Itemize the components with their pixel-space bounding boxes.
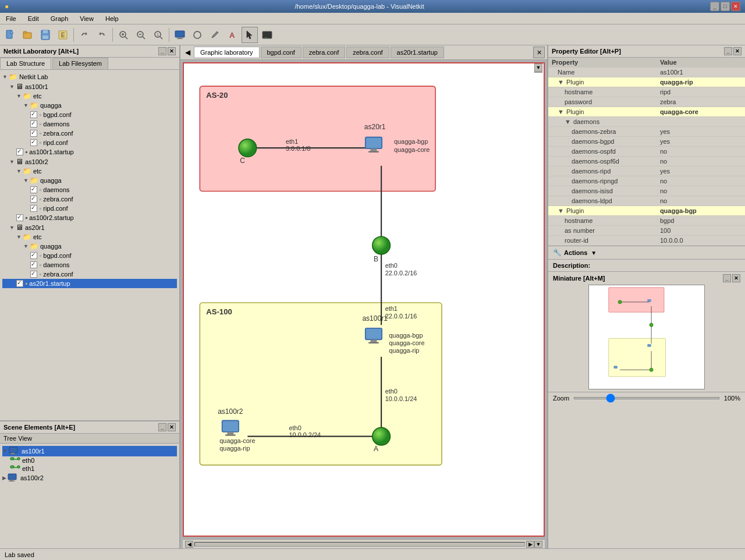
menu-help[interactable]: Help: [102, 14, 122, 23]
prop-row-daemons-ldpd[interactable]: daemons-ldpd no: [548, 196, 745, 206]
tree-item-as20r1[interactable]: ▼ 🖥 as20r1: [2, 222, 177, 232]
checkbox-daemons3[interactable]: [30, 261, 37, 268]
zoom-slider[interactable]: [574, 397, 719, 399]
tab-graphic-lab[interactable]: Graphic laboratory: [194, 47, 260, 58]
checkbox-ripd2[interactable]: [30, 205, 37, 212]
scene-item-as100r1[interactable]: ▼ as100r1: [2, 446, 177, 456]
prop-row-daemons-ripd[interactable]: daemons-ripd yes: [548, 166, 745, 176]
menu-graph[interactable]: Graph: [47, 14, 72, 23]
open-button[interactable]: [20, 27, 36, 43]
prop-row-router-id[interactable]: router-id 10.0.0.0: [548, 236, 745, 246]
save-button[interactable]: [37, 27, 54, 43]
tree-item-as100r1-daemons[interactable]: ▪ daemons: [2, 119, 177, 129]
menu-edit[interactable]: Edit: [24, 14, 42, 23]
prop-row-daemons-bgpd[interactable]: daemons-bgpd yes: [548, 137, 745, 147]
prop-row-password[interactable]: password zebra: [548, 97, 745, 107]
checkbox-bgpd3[interactable]: [30, 252, 37, 259]
menu-file[interactable]: File: [2, 14, 20, 23]
prop-row-name[interactable]: Name as100r1: [548, 68, 745, 77]
tree-item-as100r2[interactable]: ▼ 🖥 as100r2: [2, 157, 177, 166]
menu-view[interactable]: View: [76, 14, 97, 23]
tab-lab-structure[interactable]: Lab Structure: [0, 58, 51, 69]
prop-row-plugin-rip[interactable]: ▼Plugin quagga-rip: [548, 77, 745, 87]
pen-button[interactable]: [207, 27, 223, 43]
hscroll-left[interactable]: ◀: [185, 541, 193, 548]
checkbox-daemons2[interactable]: [30, 186, 37, 193]
tree-item-as100r2-zebra[interactable]: ▪ zebra.conf: [2, 194, 177, 204]
tree-item-as20r1-etc[interactable]: ▼ 📁 etc: [2, 232, 177, 242]
left-panel-close[interactable]: ✕: [168, 47, 176, 55]
tab-bgpd-conf[interactable]: bgpd.conf: [261, 47, 301, 58]
checkbox-zebra1[interactable]: [30, 130, 37, 137]
tab-lab-filesystem[interactable]: Lab Filesystem: [52, 58, 108, 69]
tree-item-as100r2-etc[interactable]: ▼ 📁 etc: [2, 166, 177, 176]
scene-item-eth1[interactable]: eth1: [2, 465, 177, 473]
tree-item-as100r2-startup[interactable]: ▪ as100r2.startup: [2, 213, 177, 222]
prop-row-as-number[interactable]: as number 100: [548, 226, 745, 236]
checkbox-startup-as100r1[interactable]: [16, 148, 23, 155]
tree-item-as100r2-daemons[interactable]: ▪ daemons: [2, 185, 177, 194]
tree-item-as20r1-quagga[interactable]: ▼ 📁 quagga: [2, 242, 177, 251]
scene-item-eth0[interactable]: eth0: [2, 456, 177, 465]
tree-item-as20r1-bgpd[interactable]: ▪ bgpd.conf: [2, 251, 177, 260]
canvas-area[interactable]: AS-20 AS-100 C B: [183, 62, 545, 537]
canvas-tab-scroll-left[interactable]: ◀: [183, 47, 193, 58]
tree-item-as20r1-zebra[interactable]: ▪ zebra.conf: [2, 270, 177, 279]
scene-panel-close[interactable]: ✕: [168, 423, 176, 431]
prop-row-daemons-ospfd[interactable]: daemons-ospfd no: [548, 147, 745, 157]
prop-row-daemons[interactable]: ▼daemons: [548, 117, 745, 127]
terminal-button[interactable]: _: [259, 27, 275, 43]
prop-row-hostname-rip[interactable]: hostname ripd: [548, 87, 745, 97]
canvas-close-button[interactable]: ✕: [533, 47, 545, 58]
prop-row-daemons-ospf6d[interactable]: daemons-ospf6d no: [548, 157, 745, 166]
checkbox-daemons1[interactable]: [30, 120, 37, 127]
select-button[interactable]: [242, 27, 258, 43]
prop-row-daemons-isisd[interactable]: daemons-isisd no: [548, 186, 745, 196]
tree-item-as100r1-ripd[interactable]: ▪ ripd.conf: [2, 138, 177, 147]
text-button[interactable]: A: [224, 27, 240, 43]
checkbox-startup-as20r1[interactable]: [16, 280, 23, 287]
miniature-close[interactable]: ✕: [732, 274, 740, 282]
prop-row-plugin-core[interactable]: ▼Plugin quagga-core: [548, 107, 745, 117]
tree-item-as100r2-ripd[interactable]: ▪ ripd.conf: [2, 204, 177, 213]
hscroll-vdown[interactable]: ▼: [534, 541, 542, 548]
export-button[interactable]: E: [55, 27, 71, 43]
prop-row-daemons-ripngd[interactable]: daemons-ripngd no: [548, 176, 745, 186]
checkbox-bgpd1[interactable]: [30, 111, 37, 118]
new-button[interactable]: [2, 27, 19, 43]
left-panel-min[interactable]: _: [158, 47, 166, 55]
minimize-button[interactable]: _: [710, 2, 719, 11]
scene-panel-min[interactable]: _: [158, 423, 166, 431]
actions-section[interactable]: 🔧 Actions ▼: [548, 246, 745, 259]
zoom-in-button[interactable]: [115, 27, 132, 43]
tree-item-as100r1-zebra[interactable]: ▪ zebra.conf: [2, 129, 177, 138]
tree-item-root[interactable]: ▼ 📁 Netkit Lab: [2, 72, 177, 81]
tab-zebra-conf-2[interactable]: zebra.conf: [346, 47, 389, 58]
checkbox-startup-as100r2[interactable]: [16, 214, 23, 221]
node-b-circle[interactable]: [372, 236, 391, 254]
vscroll-down[interactable]: ▼: [534, 63, 542, 72]
checkbox-zebra3[interactable]: [30, 271, 37, 278]
undo-button[interactable]: [76, 27, 93, 43]
tree-item-as100r1-bgpd[interactable]: ▪ bgpd.conf: [2, 110, 177, 119]
prop-row-hostname-bgp[interactable]: hostname bgpd: [548, 216, 745, 226]
scene-item-as100r2[interactable]: ▶ as100r2: [2, 473, 177, 483]
tab-as20r1-startup[interactable]: as20r1.startup: [391, 47, 444, 58]
prop-row-plugin-bgp[interactable]: ▼Plugin quagga-bgp: [548, 206, 745, 216]
prop-editor-close[interactable]: ✕: [733, 47, 742, 55]
tree-item-as20r1-daemons[interactable]: ▪ daemons: [2, 260, 177, 270]
zoom-out-button[interactable]: [133, 27, 149, 43]
checkbox-zebra2[interactable]: [30, 196, 37, 203]
circle-button[interactable]: [189, 27, 205, 43]
tree-item-as20r1-startup[interactable]: ▪ as20r1.startup: [2, 279, 177, 288]
prop-row-daemons-zebra[interactable]: daemons-zebra yes: [548, 127, 745, 137]
tree-item-as100r1-quagga[interactable]: ▼ 📁 quagga: [2, 101, 177, 110]
node-a-circle[interactable]: [372, 427, 391, 445]
hscroll-right[interactable]: ▶: [526, 541, 534, 548]
maximize-button[interactable]: □: [721, 2, 730, 11]
miniature-min[interactable]: _: [723, 274, 731, 282]
tree-item-as100r1-startup[interactable]: ▪ as100r1.startup: [2, 147, 177, 157]
tree-item-as100r2-quagga[interactable]: ▼ 📁 quagga: [2, 176, 177, 185]
node-c-circle[interactable]: [239, 139, 257, 157]
monitor-button[interactable]: [172, 27, 188, 43]
